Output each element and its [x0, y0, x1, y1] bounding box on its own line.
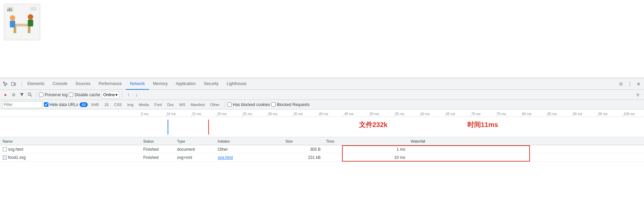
svg-rect-5: [10, 21, 15, 27]
col-header-status: Status: [141, 139, 174, 143]
ruler-mark: 90 ms: [572, 112, 598, 117]
file-icon-1: [3, 155, 7, 160]
tab-memory[interactable]: Memory: [149, 78, 172, 90]
annotation-file-size: 文件232k: [359, 120, 388, 129]
filter-sep: [224, 102, 224, 107]
col-header-name: Name: [0, 139, 141, 143]
network-settings-icon[interactable]: [634, 91, 642, 99]
ruler-mark: 25 ms: [242, 112, 267, 117]
filter-chip-ws[interactable]: WS: [177, 102, 188, 107]
timeline-bar-blue: [168, 120, 168, 134]
ruler-mark: 50 ms: [369, 112, 394, 117]
timeline-ruler: 5 ms10 ms15 ms20 ms25 ms30 ms35 ms40 ms4…: [0, 109, 644, 117]
close-devtools-icon[interactable]: ✕: [635, 80, 643, 88]
device-toolbar-icon[interactable]: [9, 80, 18, 88]
preserve-log-label[interactable]: Preserve log: [39, 92, 67, 97]
disable-cache-label[interactable]: Disable cache: [69, 92, 100, 97]
browser-content: [0, 0, 644, 78]
tab-performance[interactable]: Performance: [94, 78, 126, 90]
export-har-icon[interactable]: ↓: [133, 91, 140, 98]
filter-chip-font[interactable]: Font: [152, 102, 164, 107]
blocked-requests-checkbox[interactable]: [271, 102, 276, 107]
filter-chip-media[interactable]: Media: [137, 102, 151, 107]
ruler-mark: 80 ms: [521, 112, 547, 117]
cell-size-1: 231 kB: [283, 155, 323, 160]
more-options-icon[interactable]: ⋮: [626, 80, 634, 88]
svg-point-15: [620, 83, 622, 85]
svg-line-17: [30, 95, 32, 97]
filter-icon-button[interactable]: [18, 91, 25, 98]
hide-data-urls-checkbox[interactable]: [44, 102, 48, 107]
filter-chip-css[interactable]: CSS: [112, 102, 124, 107]
inspect-element-icon[interactable]: [1, 80, 9, 88]
stop-recording-button[interactable]: ⊘: [10, 91, 17, 98]
preserve-log-checkbox[interactable]: [39, 92, 43, 97]
table-row[interactable]: food1.svg Finished svg+xml svg.html 231 …: [0, 153, 644, 162]
blocked-requests-label[interactable]: Blocked Requests: [271, 102, 309, 107]
filter-chip-img[interactable]: Img: [125, 102, 135, 107]
timeline-area: 文件232k 时间11ms: [0, 117, 644, 137]
svg-rect-3: [28, 26, 30, 33]
table-header: Name Status Type Initiator Size Time Wat…: [0, 137, 644, 145]
tab-bar: Elements Console Sources Performance Net…: [0, 78, 644, 90]
cell-initiator-1[interactable]: svg.html: [215, 155, 283, 160]
cell-type-0: document: [174, 147, 215, 152]
svg-rect-7: [28, 20, 33, 26]
tab-separator: [22, 81, 22, 87]
online-select[interactable]: Online ▾: [102, 91, 120, 99]
tab-icon-group: [1, 80, 18, 88]
tab-lighthouse[interactable]: Lighthouse: [222, 78, 251, 90]
tab-security[interactable]: Security: [200, 78, 222, 90]
filter-chip-other[interactable]: Other: [208, 102, 222, 107]
tab-elements[interactable]: Elements: [23, 78, 48, 90]
has-blocked-cookies-label[interactable]: Has blocked cookies: [227, 102, 270, 107]
filter-input[interactable]: [2, 101, 43, 108]
ruler-mark: 35 ms: [293, 112, 318, 117]
filter-bar: Hide data URLs All XHR JS CSS Img Media …: [0, 100, 644, 109]
col-header-size: Size: [283, 139, 323, 143]
import-har-icon[interactable]: ↑: [125, 91, 132, 98]
svg-rect-12: [30, 7, 37, 11]
tab-application[interactable]: Application: [172, 78, 200, 90]
toolbar-sep-1: [36, 92, 36, 98]
svg-rect-13: [12, 82, 14, 86]
svg-rect-11: [11, 8, 12, 11]
hide-data-urls-label[interactable]: Hide data URLs: [44, 102, 78, 107]
filter-chip-doc[interactable]: Doc: [165, 102, 176, 107]
cell-status-1: Finished: [141, 155, 174, 160]
ruler-mark: 20 ms: [217, 112, 242, 117]
filter-chip-js[interactable]: JS: [102, 102, 111, 107]
cell-type-1: svg+xml: [174, 155, 215, 160]
cell-name-0: svg.html: [0, 147, 141, 152]
timeline-section: 5 ms10 ms15 ms20 ms25 ms30 ms35 ms40 ms4…: [0, 109, 644, 137]
disable-cache-checkbox[interactable]: [69, 92, 73, 97]
cell-time-1: 10 ms: [323, 155, 408, 160]
cell-status-0: Finished: [141, 147, 174, 152]
svg-point-6: [28, 14, 33, 20]
ruler-mark: 70 ms: [471, 112, 496, 117]
filter-chip-all[interactable]: All: [80, 102, 88, 107]
tab-console[interactable]: Console: [48, 78, 71, 90]
record-button[interactable]: ●: [2, 91, 9, 98]
toolbar-sep-2: [122, 92, 122, 98]
ruler-mark: 95 ms: [598, 112, 623, 117]
filter-chip-xhr[interactable]: XHR: [89, 102, 101, 107]
ruler-mark: 55 ms: [394, 112, 420, 117]
tab-network[interactable]: Network: [126, 78, 149, 90]
table-row[interactable]: svg.html Finished document Other 305 B 1…: [0, 145, 644, 153]
ruler-mark: 65 ms: [445, 112, 471, 117]
ruler-mark: 100 ms: [623, 112, 644, 117]
cell-name-1: food1.svg: [0, 155, 141, 160]
network-toolbar: ● ⊘ Preserve log Disable cache Online ▾ …: [0, 90, 644, 100]
ruler-mark: 10 ms: [166, 112, 191, 117]
settings-icon[interactable]: [617, 80, 625, 88]
col-header-type: Type: [174, 139, 215, 143]
svg-rect-9: [7, 9, 8, 11]
illustration-svg: [5, 5, 39, 39]
ruler-mark: 30 ms: [267, 112, 293, 117]
svg-point-18: [637, 94, 639, 96]
tab-sources[interactable]: Sources: [71, 78, 94, 90]
search-button[interactable]: [26, 91, 33, 98]
filter-chip-manifest[interactable]: Manifest: [189, 102, 207, 107]
has-blocked-cookies-checkbox[interactable]: [227, 102, 232, 107]
